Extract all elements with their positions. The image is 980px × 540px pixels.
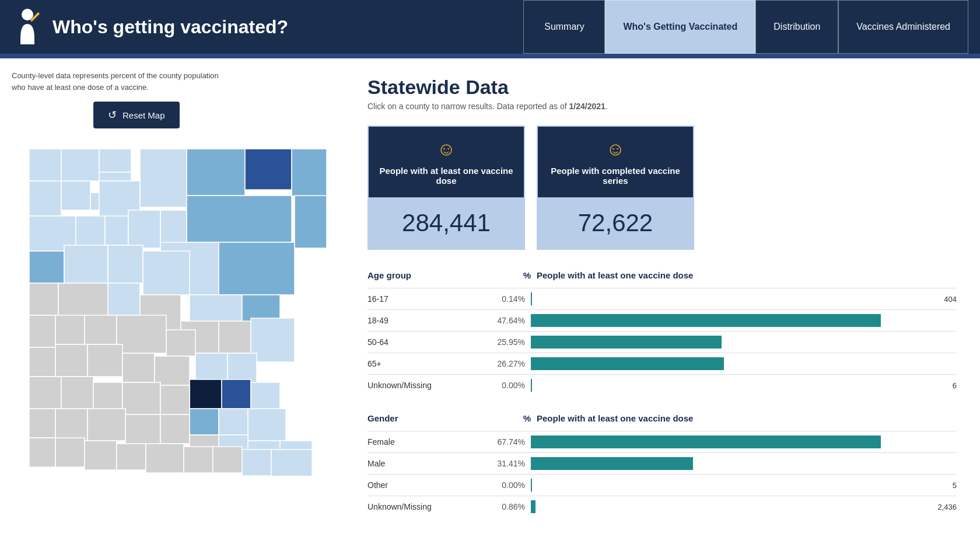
chart-bar: [531, 292, 532, 305]
chart-bar: [531, 479, 532, 492]
svg-rect-18: [128, 210, 160, 248]
svg-rect-38: [85, 315, 117, 344]
bar-value: 404: [944, 295, 957, 304]
row-pct: 0.86%: [484, 502, 531, 511]
svg-rect-12: [245, 149, 292, 190]
bar-value: 192,670: [926, 438, 954, 447]
svg-rect-11: [187, 149, 245, 196]
row-label: 65+: [368, 359, 484, 368]
svg-rect-61: [88, 409, 125, 441]
svg-rect-4: [99, 149, 131, 172]
svg-rect-75: [242, 450, 271, 476]
vaccine-logo-icon: [12, 6, 44, 47]
row-label: 16-17: [368, 294, 484, 304]
chart-bar: [531, 336, 722, 349]
svg-rect-56: [190, 409, 219, 435]
minnesota-map[interactable]: .county { stroke: white; stroke-width: 1…: [12, 137, 327, 476]
stat-card-header-1: ☺ People with at least one vaccine dose: [369, 127, 524, 197]
svg-rect-5: [99, 172, 131, 181]
svg-rect-44: [55, 344, 88, 377]
svg-rect-29: [29, 283, 58, 315]
chart-bar: [531, 379, 532, 392]
row-label: Unknown/Missing: [368, 502, 484, 511]
gender-chart-header: Gender % People with at least one vaccin…: [368, 413, 957, 426]
main-content: County-level data represents percent of …: [0, 58, 980, 540]
reset-icon: ↺: [108, 109, 117, 121]
person-icon-1: ☺: [437, 138, 456, 160]
stat-value-1: 284,441: [369, 197, 524, 249]
stat-value-2: 72,622: [538, 197, 693, 249]
chart-bar: [531, 314, 881, 327]
row-label: Other: [368, 480, 484, 490]
chart-row: Male 31.41% 89,330: [368, 452, 957, 474]
svg-rect-24: [64, 245, 108, 283]
svg-rect-26: [143, 251, 190, 295]
age-count-col-label: People with at least one vaccine dose: [531, 270, 957, 280]
stat-label-2: People with completed vaccine series: [547, 166, 684, 186]
tab-vaccines-administered[interactable]: Vaccines Administered: [838, 0, 968, 54]
chart-bar: [531, 357, 724, 370]
svg-rect-39: [117, 315, 166, 353]
bar-container: 73,813: [531, 335, 957, 349]
svg-rect-43: [29, 347, 55, 377]
svg-rect-37: [55, 315, 85, 344]
svg-rect-58: [248, 409, 286, 441]
tab-whos-getting-vaccinated[interactable]: Who's Getting Vaccinated: [605, 0, 755, 54]
chart-row: Unknown/Missing 0.86% 2,436: [368, 496, 957, 517]
svg-rect-76: [271, 450, 312, 476]
statewide-subtitle: Click on a county to narrow results. Dat…: [368, 102, 957, 111]
row-pct: 0.14%: [484, 294, 531, 304]
age-pct-col-label: %: [484, 270, 531, 280]
bar-container: 404: [531, 292, 957, 306]
subtitle-prefix: Click on a county to narrow results. Dat…: [368, 102, 569, 111]
bar-container: 6: [531, 378, 957, 392]
row-label: Unknown/Missing: [368, 381, 484, 390]
svg-rect-59: [29, 409, 55, 438]
subtitle-date: 1/24/2021: [569, 102, 606, 111]
svg-rect-54: [123, 382, 160, 414]
right-panel: Statewide Data Click on a county to narr…: [356, 70, 968, 540]
bar-value: 89,330: [930, 459, 954, 468]
svg-rect-69: [55, 438, 85, 467]
stat-cards: ☺ People with at least one vaccine dose …: [368, 126, 957, 250]
gender-chart-section: Gender % People with at least one vaccin…: [368, 413, 957, 517]
chart-row: 65+ 26.27% 74,721: [368, 353, 957, 374]
svg-rect-53: [93, 382, 123, 412]
svg-rect-31: [108, 283, 140, 315]
svg-rect-17: [105, 216, 128, 245]
chart-row: 16-17 0.14% 404: [368, 288, 957, 309]
svg-rect-70: [85, 441, 117, 470]
subtitle-suffix: .: [606, 102, 608, 111]
gender-count-col-label: People with at least one vaccine dose: [531, 413, 957, 423]
bar-value: 74,721: [930, 360, 954, 368]
reset-map-button[interactable]: ↺ Reset Map: [93, 102, 180, 128]
svg-rect-35: [251, 318, 295, 362]
map-description: County-level data represents percent of …: [12, 70, 233, 93]
map-container[interactable]: .county { stroke: white; stroke-width: 1…: [12, 137, 327, 476]
svg-point-0: [22, 9, 33, 20]
tab-distribution[interactable]: Distribution: [755, 0, 838, 54]
svg-rect-52: [61, 377, 93, 409]
row-pct: 47.64%: [484, 316, 531, 325]
svg-rect-73: [184, 447, 213, 473]
chart-row: Other 0.00% 5: [368, 474, 957, 496]
row-pct: 26.27%: [484, 359, 531, 368]
chart-row: Female 67.74% 192,670: [368, 431, 957, 452]
svg-rect-46: [123, 353, 155, 382]
svg-rect-55: [160, 385, 190, 414]
tab-summary[interactable]: Summary: [523, 0, 605, 54]
svg-rect-68: [29, 438, 55, 467]
row-pct: 31.41%: [484, 459, 531, 468]
bar-value: 135,497: [926, 316, 954, 325]
row-label: 18-49: [368, 316, 484, 325]
svg-rect-49: [222, 379, 251, 409]
chart-row: Unknown/Missing 0.00% 6: [368, 374, 957, 396]
svg-rect-10: [140, 149, 187, 207]
svg-rect-2: [29, 149, 61, 181]
age-group-col-label: Age group: [368, 270, 484, 280]
bar-value: 2,436: [937, 503, 957, 511]
stat-label-1: People with at least one vaccine dose: [377, 166, 515, 186]
svg-rect-22: [295, 196, 327, 248]
row-pct: 67.74%: [484, 437, 531, 447]
bar-value: 5: [953, 481, 957, 490]
